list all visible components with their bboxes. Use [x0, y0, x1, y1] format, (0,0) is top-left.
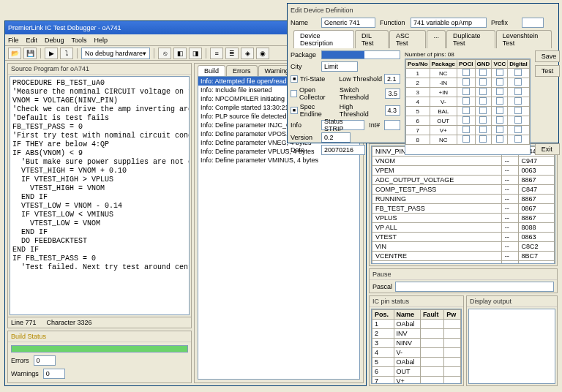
toolbar-btn-f[interactable]: ◈: [241, 48, 254, 59]
warnings-value: 0: [43, 369, 65, 379]
toolbar-btn-g[interactable]: ◉: [256, 48, 269, 59]
main-title: PremierLink IC Test Debugger - oA741: [8, 24, 121, 31]
tab-asctest[interactable]: ASC Test: [389, 30, 426, 48]
prefix-input[interactable]: [522, 18, 544, 28]
toolbar-btn-a[interactable]: ⎋: [158, 48, 171, 59]
version-input[interactable]: 0.2: [321, 132, 351, 143]
package-progress: [321, 50, 400, 59]
pin-row[interactable]: 4V-: [372, 348, 461, 358]
variable-row[interactable]: VCENTRE--8BC7: [372, 252, 555, 261]
pin-row[interactable]: 3NINV: [372, 339, 461, 348]
pause-input[interactable]: [395, 282, 554, 292]
tab-build[interactable]: Build: [198, 65, 225, 76]
pinstatus-title: IC pin status: [370, 296, 463, 307]
opencol-field[interactable]: 3.5: [385, 88, 400, 99]
name-input[interactable]: Generic 741: [321, 18, 375, 28]
save-button[interactable]: Save: [535, 50, 560, 62]
tab-dup[interactable]: Duplicate Test: [446, 30, 495, 48]
toolbar-btn-d[interactable]: ≡: [210, 48, 223, 59]
function-label: Function: [380, 19, 406, 26]
build-status-title: Build Status: [8, 331, 191, 342]
tab-errors[interactable]: Errors: [226, 65, 258, 76]
toolbar-open-icon[interactable]: 📂: [8, 48, 21, 59]
pin-row[interactable]: 1OAbal: [372, 320, 461, 329]
toolbar-btn-c[interactable]: ◨: [189, 48, 202, 59]
date-input[interactable]: 20070216: [321, 145, 365, 155]
grid-row[interactable]: 3+IN: [406, 88, 530, 97]
variables-table[interactable]: NINV_PIN--0044VNOM--C947VPEM--0063ADC_OU…: [371, 146, 555, 264]
display-title: Display output: [467, 296, 557, 307]
tab-more[interactable]: ...: [427, 30, 446, 48]
variable-row[interactable]: VP ALL--8088: [372, 223, 555, 233]
grid-row[interactable]: 8NC: [406, 135, 530, 145]
int-input[interactable]: [384, 120, 400, 130]
city-combo[interactable]: Limit: [321, 61, 358, 72]
display-output: [468, 309, 555, 384]
hardware-combo[interactable]: No debug hardware▾: [81, 48, 150, 59]
variable-row[interactable]: COMP_TEST_PASS--C847: [372, 185, 555, 195]
grid-row[interactable]: 2-IN: [406, 78, 530, 88]
status-char: Character 3326: [47, 319, 92, 326]
menu-file[interactable]: File: [8, 37, 19, 44]
pause-title: Pause: [370, 269, 557, 280]
toolbar-save-icon[interactable]: 💾: [23, 48, 37, 59]
menu-debug[interactable]: Debug: [45, 37, 64, 44]
tab-lev[interactable]: Levenshtein Test: [496, 30, 552, 48]
pin-row[interactable]: 2INV: [372, 329, 461, 339]
int-label: Int#: [369, 121, 380, 129]
menu-help[interactable]: Help: [94, 37, 108, 44]
variable-row[interactable]: RUNNING--8867: [372, 195, 555, 204]
pin-table[interactable]: Pos.NameFaultPw1OAbal2INV3NINV4V-5OAbal6…: [371, 309, 462, 384]
test-button[interactable]: Test: [535, 65, 560, 77]
tab-devdesc[interactable]: Device Description: [293, 30, 354, 48]
warnings-label: Warnings: [11, 370, 39, 377]
tab-diltest[interactable]: DIL Test: [355, 30, 389, 48]
opencol-check[interactable]: Open Collector Switch Threshold 3.5: [291, 86, 400, 101]
errors-label: Errors: [11, 357, 29, 364]
toolbar-step-icon[interactable]: ⤵: [60, 48, 73, 59]
pin-row[interactable]: 6OUT: [372, 367, 461, 377]
grid-row[interactable]: 6OUT: [406, 116, 530, 126]
exit-button[interactable]: Exit: [535, 143, 560, 155]
source-title: Source Program for oA741: [8, 64, 191, 75]
grid-row[interactable]: 5BAL: [406, 107, 530, 116]
city-label: City: [291, 63, 317, 70]
menu-tools[interactable]: Tools: [72, 37, 87, 44]
menu-edit[interactable]: Edit: [26, 37, 38, 44]
tristate-check[interactable]: Tri-State Low Threshold 2.1: [291, 74, 400, 84]
tristate-field[interactable]: 2.1: [384, 74, 400, 84]
info-input[interactable]: Status STRIP: [321, 120, 364, 130]
function-input[interactable]: 741 variable opAmp: [411, 18, 487, 28]
date-label: Date: [291, 146, 317, 154]
pin-grid[interactable]: Pos/NoPackagePOCIGNDVCCDigital1NC2-IN3+I…: [405, 59, 531, 155]
status-line: Line 771: [11, 319, 37, 326]
variable-row[interactable]: VTEST--0863: [372, 233, 555, 242]
source-editor[interactable]: PROCEDURE FB_TEST_uA0 'Measure the nomin…: [10, 76, 190, 315]
editor-status: Line 771 Character 3326: [8, 317, 191, 328]
specend-check[interactable]: Spec Endline High Threshold 4.3: [291, 103, 400, 118]
toolbar-run-icon[interactable]: ▶: [45, 48, 58, 59]
variable-row[interactable]: VPEM--0063: [372, 166, 555, 176]
specend-field[interactable]: 4.3: [385, 105, 401, 116]
grid-row[interactable]: 1NC: [406, 69, 530, 78]
grid-row[interactable]: 4V-: [406, 97, 530, 107]
pause-label: Pascal: [372, 283, 392, 290]
variable-row[interactable]: VPLUS--8867: [372, 214, 555, 223]
dialog-title: Edit Device Definition: [291, 7, 555, 15]
pin-row[interactable]: 5OAbal: [372, 358, 461, 367]
variable-row[interactable]: BP_PBN--0020: [372, 261, 555, 265]
grid-row[interactable]: 7V+: [406, 126, 530, 135]
version-label: Version: [291, 134, 317, 141]
errors-value: 0: [34, 355, 56, 366]
build-progress: [11, 345, 188, 353]
variable-row[interactable]: VIN--C8C2: [372, 242, 555, 252]
variable-row[interactable]: FB_TEST_PASS--0867: [372, 204, 555, 214]
rows-label: Number of pins: 08: [405, 50, 531, 59]
toolbar-btn-b[interactable]: ◧: [173, 48, 187, 59]
info-label: Info: [291, 121, 317, 129]
variable-row[interactable]: ADC_OUTPUT_VOLTAGE--8867: [372, 176, 555, 185]
name-label: Name: [291, 19, 317, 26]
package-label: Package: [291, 51, 317, 59]
pin-row[interactable]: 7V+: [372, 377, 461, 385]
toolbar-btn-e[interactable]: ≣: [225, 48, 239, 59]
